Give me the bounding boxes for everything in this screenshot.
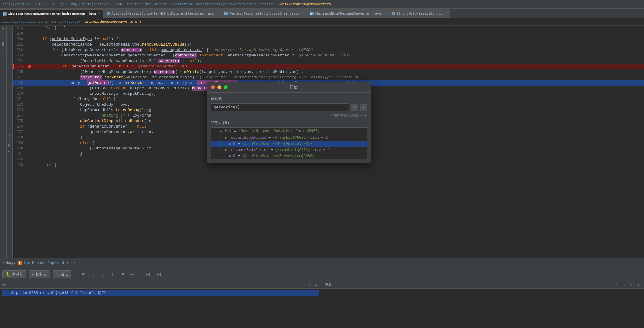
bc-jar[interactable]: spring-webmvc-5.2.10.RELEASE.jar [2,2,66,6]
frame-nav-up[interactable]: ↑ [300,282,306,288]
nav-list-button[interactable]: ≡ [79,270,87,279]
frame-settings[interactable]: ⚙ [313,282,319,288]
tab-label-4: AbstractHttpMessageConverter.java [315,12,381,15]
tab-label-2: AbstractMessageConverterMethodArgumentRe… [111,12,214,15]
nav-run-cursor-button[interactable]: ↗ [118,270,126,279]
expression-label: 表达式: [211,96,367,101]
tab-label-active: AbstractMessageConverterMethodProcessor.… [8,12,96,16]
eval-expression-input[interactable] [211,103,349,111]
breakpoints-button[interactable]: ⬡ 断点 [53,270,71,278]
tab-close-3[interactable]: × [302,12,304,15]
debug-close-button[interactable]: × [73,261,76,265]
var-nav-plus[interactable]: + [628,282,634,288]
debug-app-name[interactable]: TestReponseApplication [23,261,71,265]
tree-toggle-2[interactable]: ▸ [222,142,227,146]
tree-toggle-0[interactable]: ▾ [214,129,218,133]
bc-servlet[interactable]: servlet [126,2,140,6]
tree-toggle-1[interactable]: ▾ [218,135,222,140]
tab-file-5[interactable]: C StringHttpMessageCon... × [389,9,450,18]
frame-nav-buttons: ↑ ↓ ⚙ [300,282,319,288]
eval-dialog[interactable]: 评估 表达式: ⤢ ▾ 使用控制输入添加到手表 结果: (R) ▾ [207,82,371,163]
tree-item-2[interactable]: ▸ ≡ 0 = {JsonViewRequestBodyAdvice@6084} [211,141,367,147]
structure-label-2[interactable]: 2: Structure [7,128,12,155]
dialog-close-button[interactable] [211,85,215,89]
eval-dialog-body: 表达式: ⤢ ▾ 使用控制输入添加到手表 结果: (R) ▾ ∞ [207,93,371,163]
console-button[interactable]: ▶ 控制台 [29,270,50,278]
breakpoint-265[interactable] [28,65,31,68]
tab-file-4[interactable]: C AbstractHttpMessageConverter.java × [307,9,389,18]
nav-step-out-button[interactable]: ↑ [108,270,117,279]
breadcrumb-bar: spring-webmvc-5.2.10.RELEASE.jar › org ›… [0,0,644,9]
sidebar-menu-icon[interactable]: ☰ [1,27,6,32]
tree-item-4[interactable]: ▸ ≡ 0 = {JsonViewResponseBodyAdvice@6086… [211,153,367,159]
tree-icon-0: ∞ [219,129,223,133]
console-label: 控制台 [36,272,47,277]
bc-org[interactable]: org [71,2,77,6]
svg-text:C: C [107,13,108,15]
var-nav-down[interactable]: ↓ [621,282,627,288]
nav-table-button[interactable]: ⊞ [144,270,152,279]
code-line-267: 267 converter.canWrite(valueType, select… [13,75,644,80]
var-nav-up[interactable]: ↑ [614,282,620,288]
tab-icon-c5: C [392,12,395,15]
eval-dialog-title: 评估 [230,84,357,90]
variables-nav: ↑ ↓ + › [614,282,642,288]
debugger-icon: 🐛 [6,272,11,277]
tab-close-5[interactable]: × [445,12,447,15]
bc-class[interactable]: AbstractMessageConverterMethodProcessor [196,2,274,6]
svg-text:C: C [310,13,312,15]
dialog-maximize-button[interactable] [224,85,228,89]
debugger-label: 调试器 [12,272,23,277]
bc-mvc[interactable]: mvc [145,2,151,6]
nav-evaluate-button[interactable]: ↪ [128,270,136,279]
tab-active-file[interactable]: C AbstractMessageConverterMethodProcesso… [0,9,104,18]
tree-toggle-3[interactable]: ▾ [218,148,222,152]
tree-item-3[interactable]: ▾ ⊕ responseBodyAdvice = {ArrayList@6082… [211,147,367,153]
tree-item-1[interactable]: ▾ ⊕ requestBodyAdvice = {ArrayList@6081}… [211,135,367,141]
tree-text-3: responseBodyAdvice = {ArrayList@6082} si… [229,148,330,152]
frame-check-icon: ✓ [4,291,5,295]
dialog-minimize-button[interactable] [217,85,221,89]
code-editor[interactable]: 214 else {...} 259 260 if (selectedMedia… [13,26,644,258]
eval-input-row: ⤢ ▾ [211,103,367,111]
debugger-button[interactable]: 🐛 调试器 [2,270,26,278]
debug-nav-buttons: ≡ ↓ ↓ ↑ ↗ ↪ [79,270,136,279]
frame-item-active[interactable]: ✓ "http-nio-8080-exec-9"@4,918 在组 "main"… [2,290,319,296]
bc-method[interactable]: method [155,2,168,6]
path-method[interactable]: writeWithMessageConverters() [85,20,141,24]
nav-calc-button[interactable]: ⊟ [155,270,163,279]
path-class[interactable]: AbstractMessageConverterMethodProcessor [2,20,80,24]
eval-dropdown-button[interactable]: ▾ [360,104,367,111]
tab-file-2[interactable]: C AbstractMessageConverterMethodArgument… [104,9,221,18]
eval-result-tree: ▾ ∞ 结果 = {RequestResponseBodyAdviceChain… [211,127,367,159]
nav-step-over-down-button[interactable]: ↓ [89,270,97,279]
eval-dialog-title-bar: 评估 [207,82,371,93]
tree-toggle-4[interactable]: ▸ [222,154,227,158]
tab-file-3[interactable]: C RequestResponseBodyAdviceChain.java × [221,9,307,18]
svg-text:C: C [392,13,394,15]
tab-icon-c4: C [310,12,314,15]
code-line-265: 265 if (genericConverter != null ? gener… [13,64,644,69]
code-line-262: 262 for (HttpMessageConverter<?> convert… [13,47,644,53]
bc-annotation[interactable]: annotation [172,2,192,6]
frame-nav-down[interactable]: ↓ [307,282,313,288]
frames-label: 帧 [2,282,6,287]
tree-icon-2: ≡ [228,142,232,146]
bc-springframework[interactable]: springframework [81,2,111,6]
tab-label-3: RequestResponseBodyAdviceChain.java [229,12,299,15]
structure-sidebar: 2: Structure [7,26,13,258]
tab-close-active[interactable]: × [98,12,100,15]
debug-tools: 🐛 调试器 ▶ 控制台 ⬡ 断点 ≡ ↓ ↓ ↑ ↗ ↪ ⊞ ⊟ [0,268,644,281]
bc-method-name[interactable]: writeWithMessageConverters [279,2,331,6]
console-icon: ▶ [32,272,35,277]
tree-item-0[interactable]: ▾ ∞ 结果 = {RequestResponseBodyAdviceChain… [211,128,367,135]
nav-step-into-button[interactable]: ↓ [98,270,107,279]
var-nav-right[interactable]: › [635,282,642,288]
tab-close-4[interactable]: × [383,12,385,15]
code-line-263: 263 GenericHttpMessageConverter genericC… [13,53,644,58]
bc-web[interactable]: web [116,2,122,6]
sidebar-structure-label[interactable]: Structure [1,33,5,55]
eval-expand-button[interactable]: ⤢ [351,104,358,111]
tab-close-2[interactable]: × [216,12,218,15]
file-path-bar: AbstractMessageConverterMethodProcessor … [0,18,644,26]
